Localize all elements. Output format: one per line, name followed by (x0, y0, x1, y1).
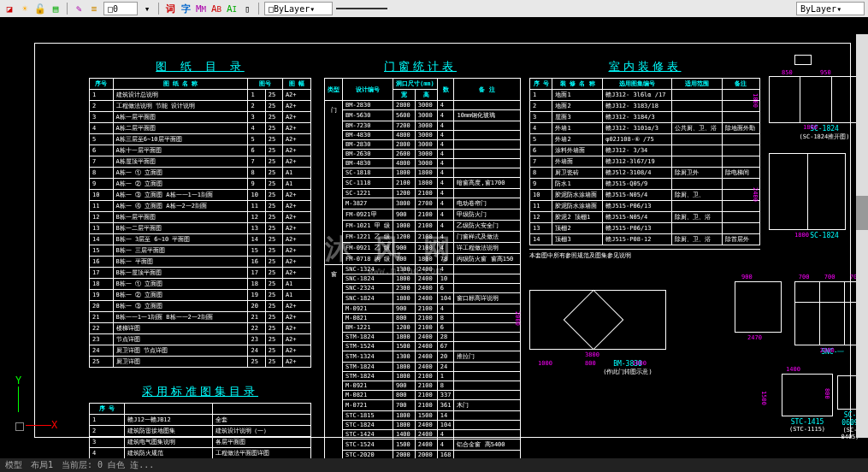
tag-icon[interactable]: ▯ (241, 3, 253, 15)
table-row: M-3827380027004电动卷帘门 (325, 198, 521, 209)
table-row: STC-182418002400104 (325, 421, 521, 430)
table-row: 5外墙2φ02J108-⑥ /75 (530, 134, 760, 145)
table-row: 22楼梯详图2225A2+ (90, 323, 311, 334)
table-row: M-092190021008 (325, 381, 521, 391)
section-interior-finish: 室内装修表 序 号装 修 名 称选用图集编号适用范围备注 1地面1赣J312- … (529, 59, 760, 260)
table-row: 12胶泥2 顶棚1赣J515-N05/4除厨、卫、浴 (530, 212, 760, 223)
table-row: STM-15241500240067 (325, 342, 521, 351)
table-row: 9防水1赣J515-Q05/9 (530, 179, 760, 190)
table-row: FM-0921 乙 级90021004详工程做法说明 (325, 243, 521, 254)
table-row: STM-18241800240028 (325, 333, 521, 342)
table-row: STM-18241800240024 (325, 363, 521, 372)
table-row: 7外墙面赣J312-3l67/19 (530, 156, 760, 168)
table-row: SC-1818180018004 (325, 168, 521, 178)
table-drawing-index: 序号图 纸 名 称图号图 幅 1建筑设计总说明125A2+2工程做法说明 节能 … (89, 78, 311, 368)
table-row: 20B栋一 ③ 立面图2025A2+ (90, 301, 311, 312)
ai-button[interactable]: AI (226, 3, 238, 15)
table-row: 窗SNC-1324130024004 (325, 265, 521, 274)
table-row: 5A栋三层至6~10层平面图525A2+ (90, 134, 311, 145)
title-door-window: 门窗统计表 (324, 59, 517, 74)
table-row: 1地面1赣J312- 3l6lα /17 (530, 90, 760, 101)
table-row: SNC-18241800240010 (325, 274, 521, 284)
table-row: 15B栋一 三层平面图1525A2+ (90, 245, 311, 257)
table-row: 8厨卫瓷砖赣J5l2-3108/4除厨卫外除电梯间 (530, 168, 760, 179)
table-row: SC-1118210018004暗窗高度,窗1700 (325, 178, 521, 189)
table-row: 10胶泥防水涂墙面赣J515-N05/4除厨、卫、 (530, 190, 760, 201)
table-row: 14B栋一 3层至 6~10 平面图1425A2+ (90, 234, 311, 245)
status-layout-tab[interactable]: 布局1 (31, 459, 53, 471)
zi-button[interactable]: 字 (180, 3, 192, 15)
layer-icon[interactable]: ◪ (3, 3, 15, 15)
dropdown-icon[interactable]: ▾ (141, 3, 153, 15)
ab-button[interactable]: AB (210, 3, 222, 15)
table-row: STC-1524150024004铝合金窗 高5400 (325, 440, 521, 451)
table-door-window: 类型设计编号洞口尺寸(mm)数备 注 宽高 门BM-2830280030004B… (324, 78, 521, 472)
section-elevations-right: 850 950 1800 1800 1300 SC-1824 (SC-1824推… (769, 76, 868, 243)
table-row: FM-1221 乙 级120021004门窗样式及做法 (325, 232, 521, 243)
table-row: BM-4830480030004 (325, 131, 521, 140)
label-sc1824b: SC-1824 (769, 232, 868, 239)
table-row: 19B栋一 ② 立面图1925A1 (90, 290, 311, 301)
freeze-icon[interactable]: ☀ (19, 3, 31, 15)
table-row: 2建筑防雷接地图集建筑设计说明（一） (90, 426, 311, 437)
filter-icon[interactable]: ≡ (88, 3, 100, 15)
table-row: 10A栋一 ③ 立面图 A栋一一1一1剖面1025A2+ (90, 190, 311, 201)
table-row: 9A栋一 ② 立面图925A1 (90, 179, 311, 190)
mm-button[interactable]: MM (195, 3, 207, 15)
status-model-tab[interactable]: 模型 (5, 459, 22, 471)
table-row: 3A栋一层平面图325A2+ (90, 112, 311, 123)
layer-name-field[interactable]: □ 0 (103, 2, 138, 15)
section-door-window: 门窗统计表 类型设计编号洞口尺寸(mm)数备 注 宽高 门BM-28302800… (324, 59, 517, 472)
table-row: M-082180021008 (325, 314, 521, 323)
dim-icon[interactable]: ✎ (73, 3, 85, 15)
table-row: 11胶泥防水涂墙面赣J515-P06/13 (530, 201, 760, 212)
table-row: 11A栋一 ④ 立面图 A栋一2一2剖面1125A2+ (90, 201, 311, 212)
table-row: BM-563056003000410mm钢化玻璃 (325, 110, 521, 121)
table-row: 16B栋一 平面图1625A2+ (90, 257, 311, 268)
drawing-canvas[interactable]: 图 纸 目 录 序号图 纸 名 称图号图 幅 1建筑设计总说明125A2+2工程… (0, 17, 868, 455)
top-toolbar: ◪ ☀ 🔓 ▤ ✎ ≡ □ 0 ▾ 词 字 MM AB AI ▯ □ ByLay… (0, 0, 868, 17)
table-row: 17B栋一屋顶平面图1725A2+ (90, 268, 311, 279)
title-standard-atlas: 采用标准图集目录 (89, 384, 311, 399)
section-drawing-index: 图 纸 目 录 序号图 纸 名 称图号图 幅 1建筑设计总说明125A2+2工程… (89, 59, 311, 368)
table-row: SNC-2324230024006 (325, 284, 521, 293)
table-row: 18B栋一 ① 立面图1825A1 (90, 279, 311, 290)
table-row: 6涂料外墙面赣J312- 3/34 (530, 145, 760, 156)
lock-icon[interactable]: 🔓 (34, 3, 46, 15)
table-row: 21B栋一一1一1剖面 B栋一一2一2剖面2125A2+ (90, 312, 311, 323)
table-row: 6A栋十一层平面图625A2+ (90, 145, 311, 156)
table-row: 24厨卫详图 节点详图2425A2+ (90, 345, 311, 357)
table-row: BM-7230720030004 (325, 121, 521, 131)
table-row: 25厨卫详图2525A2+ (90, 357, 311, 368)
bylayer-color-combo[interactable]: □ ByLayer ▾ (264, 2, 333, 15)
table-row: 1赣J12一赣JB12全套 (90, 415, 311, 426)
table-row: M-07217002100361木门 (325, 400, 521, 411)
table-row: STM-1824180021001 (325, 372, 521, 381)
table-row: 门BM-2830280030004 (325, 101, 521, 110)
table-row: BM-1221120021006 (325, 323, 521, 333)
table-row: 4外墙1赣J312- 3101α/3公共厨、卫、浴除地面外勤 (530, 123, 760, 134)
color-icon[interactable]: ▤ (50, 3, 62, 15)
ucs-y-axis: Y (15, 375, 21, 412)
bylayer-line-combo[interactable]: ByLayer ▾ (796, 2, 865, 15)
table-row: FM-0921甲90021004甲级防火门 (325, 209, 521, 221)
interior-note: 本套图中所有参照规范及图集参见说明 (529, 249, 760, 260)
table-row: BM-4830480030004 (325, 159, 521, 168)
table-row: BM-2630260030004 (325, 150, 521, 159)
table-row: M-08218002100337 (325, 391, 521, 400)
vertical-scrollbar[interactable] (856, 34, 868, 438)
table-row: FM-0718 丙 级700180078丙级防火窗 窗高150 (325, 254, 521, 265)
status-layer-info: 当前层: 0 白色 连... (62, 459, 154, 471)
table-row: FM-1021 甲 级100021004乙级防火安全门 (325, 221, 521, 232)
table-row: 14顶棚3赣J515-P08-12除厨、卫、浴除首层外 (530, 234, 760, 245)
table-row: 23节点详图2325A2+ (90, 334, 311, 345)
table-row: STC-1424140024004 (325, 430, 521, 440)
ci-button[interactable]: 词 (164, 3, 176, 15)
table-row: STM-13241300240020推拉门 (325, 351, 521, 363)
ucs-x-axis: X (26, 419, 57, 431)
drawing-border: 图 纸 目 录 序号图 纸 名 称图号图 幅 1建筑设计总说明125A2+2工程… (34, 43, 851, 438)
table-row: 13顶棚2赣J515-P06/13 (530, 223, 760, 234)
table-row: 13B栋一二层平面图1325A2+ (90, 223, 311, 234)
table-row: SNC-182418002400104窗口标高详说明 (325, 293, 521, 304)
corner-block (794, 55, 812, 65)
